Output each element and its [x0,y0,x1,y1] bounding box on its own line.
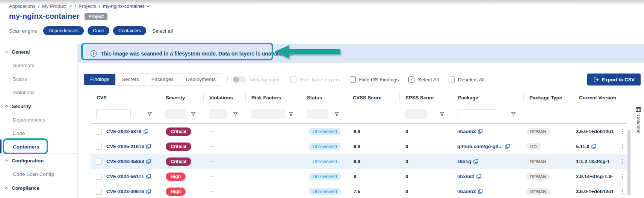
toolbar-divider [285,76,285,83]
copy-icon[interactable] [505,144,510,149]
sidebar-item-containers[interactable]: Containers [0,140,77,153]
filter-box[interactable] [405,109,427,119]
select-all-checkbox[interactable]: ✓ [408,76,414,82]
column-header-violations[interactable]: Violations [203,90,245,105]
filter-funnel-icon[interactable] [440,112,444,117]
sidebar-item-code[interactable]: Code [0,126,77,140]
tab-secrets[interactable]: Secrets [115,74,145,85]
column-header-cve[interactable]: CVE [91,90,160,105]
cve-link[interactable]: CVE-2023-39616 [106,189,144,194]
sidebar-item-summary[interactable]: Summary [0,58,77,72]
sidebar-item-code-scan-config[interactable]: Code Scan Config [0,167,77,181]
column-header-package-type[interactable]: Package Type [523,90,573,105]
severity-badge: Critical [166,128,191,136]
scan-select-all-link[interactable]: Select all [152,28,173,34]
copy-icon[interactable] [146,174,151,179]
row-actions-menu[interactable]: ⋮ [619,189,625,195]
deselect-all-checkbox[interactable] [449,76,455,82]
column-header-risk-factors[interactable]: Risk Factors [245,90,301,105]
column-header-package[interactable]: Package [452,90,523,105]
filter-input[interactable] [96,109,131,119]
current-version-value: 3.6.0-1+deb12u1 [576,189,614,194]
row-actions-menu[interactable]: ⋮ [619,129,625,135]
cve-link[interactable]: CVE-2024-56171 [106,174,144,179]
row-checkbox[interactable] [96,189,102,195]
project-badge: Project [85,13,107,20]
copy-icon[interactable] [146,189,151,194]
copy-icon[interactable] [144,129,148,134]
filter-funnel-icon[interactable] [511,112,516,117]
row-checkbox[interactable] [96,174,102,180]
package-link[interactable]: libxml2 [457,174,474,179]
view-by-layer-toggle[interactable] [233,76,246,82]
row-actions-menu[interactable]: ⋮ [619,144,625,150]
row-checkbox[interactable] [96,129,102,135]
copy-icon[interactable] [478,189,483,194]
tab-packages[interactable]: Packages [145,74,180,85]
breadcrumb-item[interactable]: Applications [9,3,35,9]
column-header-epss-score[interactable]: EPSS Score [399,90,452,105]
filter-funnel-icon[interactable] [289,112,293,117]
sidebar-section-security[interactable]: Security [0,99,77,113]
scan-engine-pill[interactable]: Dependencies [43,26,84,35]
tab-findings[interactable]: Findings [84,74,115,85]
column-header-current-version[interactable]: Current Version [573,90,617,105]
filter-box[interactable] [307,109,328,119]
copy-icon[interactable] [478,129,483,134]
filter-funnel-icon[interactable] [233,112,238,117]
scan-engine-pill[interactable]: Code [88,26,109,35]
sidebar-item-scans[interactable]: Scans [0,72,77,86]
table-row[interactable]: CVE-2023-6879 Critical — Unreviewed 9.8 … [91,124,627,139]
page-header: my-nginx-container Project [9,12,107,21]
copy-icon[interactable] [591,144,596,149]
row-checkbox[interactable] [96,159,102,165]
table-row[interactable]: CVE-2023-45853 Critical — Unreviewed 9.8… [91,154,627,169]
columns-panel-toggle[interactable]: Columns [632,90,644,198]
breadcrumb-item[interactable]: my-nginx-container [103,3,150,9]
filter-box[interactable] [251,109,286,119]
table-row[interactable]: CVE-2024-56171 High — Unreviewed 8 0 lib… [91,169,627,184]
sidebar-section-configuration[interactable]: Configuration [0,154,77,167]
filter-funnel-icon[interactable] [334,112,339,117]
copy-icon[interactable] [146,159,151,164]
row-actions-menu[interactable]: ⋮ [619,159,625,165]
column-header-label: CVE [97,95,107,100]
hide-base-layers-checkbox[interactable] [290,76,296,82]
hide-os-findings-checkbox[interactable] [350,76,356,82]
cve-link[interactable]: CVE-2023-6879 [106,129,141,134]
filter-box[interactable] [165,109,186,119]
sidebar-section-compliance[interactable]: Compliance [0,181,77,195]
scan-engine-pills: DependenciesCodeContainers [43,26,150,35]
filter-funnel-icon[interactable] [147,112,152,117]
vertical-scrollbar[interactable] [627,130,630,195]
column-header-severity[interactable]: Severity [160,90,203,105]
export-to-csv-button[interactable]: Export to CSV [587,74,641,86]
column-header-status[interactable]: Status [301,90,347,105]
cve-link[interactable]: CVE-2023-45853 [106,159,144,164]
sidebar-item-violations[interactable]: Violations [0,86,77,99]
table-row[interactable]: CVE-2025-21613 Critical — Unreviewed 9.8… [91,139,627,154]
copy-icon[interactable] [476,174,481,179]
package-link[interactable]: zlib1g [457,159,471,164]
package-link[interactable]: libaom3 [457,129,476,134]
tab-deployments[interactable]: Deployments [180,74,222,85]
package-link[interactable]: github.com/go-git... [457,144,503,149]
breadcrumb-item[interactable]: Projects [79,3,96,9]
scan-engine-label: Scan engine [9,28,37,34]
sidebar-item-dependencies[interactable]: Dependencies [0,113,77,126]
filter-funnel-icon[interactable] [191,112,196,117]
breadcrumb-item[interactable]: My Product [42,3,72,9]
filter-box[interactable] [209,109,227,119]
export-button-label: Export to CSV [602,77,635,82]
row-actions-menu[interactable]: ⋮ [619,174,625,180]
column-header-cvss-score[interactable]: CVSS Score [347,90,399,105]
package-link[interactable]: libaom3 [457,189,476,194]
row-checkbox[interactable] [96,144,102,150]
cve-link[interactable]: CVE-2025-21613 [106,144,144,149]
copy-icon[interactable] [146,144,151,149]
sidebar-section-general[interactable]: General [0,45,77,58]
filter-input[interactable] [458,109,497,119]
table-row[interactable]: CVE-2023-39616 High — Unreviewed 7.5 0 l… [91,184,627,198]
scan-engine-pill[interactable]: Containers [113,26,146,35]
copy-icon[interactable] [473,159,478,164]
